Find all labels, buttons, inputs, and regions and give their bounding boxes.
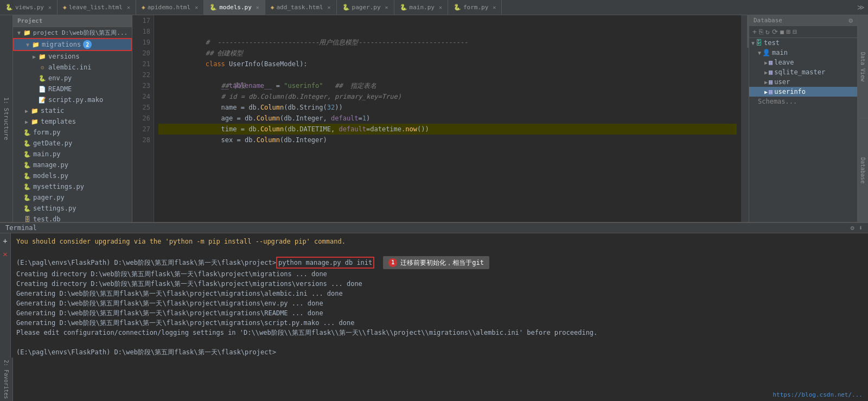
file-icon-alembic: ⚙ <box>38 63 47 72</box>
tree-item-project[interactable]: ▼ 📁 project D:\web阶段\第五周... <box>13 27 132 38</box>
file-icon-readme: 📄 <box>38 85 47 93</box>
terminal-label: Terminal <box>5 224 37 232</box>
file-icon-pager: 🐍 <box>23 193 31 202</box>
terminal-body-container: + ✕ You should consider upgrading via th… <box>0 233 868 401</box>
file-icon-mako: 📝 <box>38 96 47 104</box>
terminal-line-6: Generating D:\web阶段\第五周flask\第一天\flask\p… <box>16 289 863 298</box>
tree-item-versions[interactable]: ▶ 📁 versions <box>13 51 132 62</box>
tree-item-alembic-ini[interactable]: ⚙ alembic.ini <box>13 62 132 73</box>
db-arrow-userinfo: ▶ <box>764 89 768 95</box>
folder-icon-templates: 📁 <box>30 117 39 126</box>
tree-item-script-mako[interactable]: 📝 script.py.mako <box>13 94 132 105</box>
tab-add-task-html[interactable]: ◈ add_task.html ✕ <box>265 0 337 15</box>
file-icon-main: 🐍 <box>23 150 31 158</box>
tree-item-pager-py[interactable]: 🐍 pager.py <box>13 192 132 203</box>
editor-tabs-overflow[interactable]: ≫ <box>854 3 868 11</box>
file-icon-models: 🐍 <box>23 171 31 180</box>
terminal-line-cmd: (E:\pagl\envs\FlaskPath) D:\web阶段\第五周fla… <box>16 256 863 269</box>
tree-item-static[interactable]: ▶ 📁 static <box>13 105 132 116</box>
tab-main-py[interactable]: 🐍 main.py ✕ <box>394 0 448 15</box>
right-side-labels: Data View Database <box>857 15 868 222</box>
db-panel-settings-icon[interactable]: ⚙ <box>848 16 853 24</box>
migrations-row: ▼ 📁 migrations 2 生成迁移文件，里面有全部的版本信息 <box>13 38 132 51</box>
file-icon-settings: 🐍 <box>23 204 31 213</box>
file-icon-getdate: 🐍 <box>23 139 31 148</box>
folder-icon-migrations: 📁 <box>31 40 40 49</box>
tree-item-form-py[interactable]: 🐍 form.py <box>13 127 132 138</box>
scrollbar-thumb[interactable] <box>747 15 749 48</box>
database-label[interactable]: Database <box>858 118 868 222</box>
db-copy-icon[interactable]: ⎘ <box>759 28 763 36</box>
db-console-icon[interactable]: ⊟ <box>793 28 797 36</box>
tree-item-settings-py[interactable]: 🐍 settings.py <box>13 203 132 214</box>
db-item-userinfo[interactable]: ▶ ▦ userinfo <box>749 87 857 97</box>
tree-item-test-db[interactable]: 🗄 test.db <box>13 214 132 222</box>
folder-icon-project: 📁 <box>23 28 31 37</box>
db-add-icon[interactable]: + <box>752 28 757 36</box>
tab-leave-list-html[interactable]: ◈ leave_list.html ✕ <box>58 0 136 15</box>
db-stop-icon[interactable]: ◼ <box>780 28 784 36</box>
db-grid-icon[interactable]: ⊞ <box>786 28 790 36</box>
db-arrow-sqlite: ▶ <box>764 69 768 75</box>
tree-item-getdate-py[interactable]: 🐍 getDate.py <box>13 138 132 149</box>
terminal-add-btn[interactable]: + <box>2 235 8 246</box>
db-toolbar: + ⎘ ↻ ⟳ ◼ ⊞ ⊟ <box>749 26 857 38</box>
db-item-schemas[interactable]: Schemas... <box>749 97 857 106</box>
terminal-output[interactable]: You should consider upgrading via the 'p… <box>11 233 868 401</box>
code-line-17 <box>158 15 737 26</box>
terminal-close-btn[interactable]: ✕ <box>2 249 8 259</box>
project-header: Project <box>13 15 132 27</box>
terminal-callout-1: 1 迁移前要初始化，相当于git <box>383 256 489 269</box>
tree-item-models-py[interactable]: 🐍 models.py <box>13 170 132 181</box>
db-item-user[interactable]: ▶ ▦ user <box>749 77 857 87</box>
tab-models-py[interactable]: 🐍 models.py ✕ <box>204 0 265 15</box>
terminal-line-1: You should consider upgrading via the 'p… <box>16 237 863 246</box>
db-icon-userinfo: ▦ <box>769 88 773 96</box>
editor-scrollbar[interactable] <box>741 15 749 222</box>
db-item-leave[interactable]: ▶ ▦ leave <box>749 58 857 67</box>
folder-icon-static: 📁 <box>30 106 39 115</box>
tree-item-main-py[interactable]: 🐍 main.py <box>13 149 132 160</box>
terminal-header-actions: ⚙ ⬇ <box>851 224 863 232</box>
terminal-line-blank <box>16 246 863 256</box>
terminal-line-9: Generating D:\web阶段\第五周flask\第一天\flask\p… <box>16 318 863 328</box>
terminal-minimize-icon[interactable]: ⬇ <box>859 224 863 232</box>
terminal-line-8: Generating D:\web阶段\第五周flask\第一天\flask\p… <box>16 308 863 318</box>
code-content[interactable]: # --------------------------用户信息模型------… <box>154 15 741 222</box>
terminal-settings-icon[interactable]: ⚙ <box>851 224 854 232</box>
db-arrow-main: ▼ <box>758 50 761 56</box>
tab-pager-py[interactable]: 🐍 pager.py ✕ <box>337 0 394 15</box>
file-icon-env: 🐍 <box>38 74 47 82</box>
file-icon-testdb: 🗄 <box>23 215 31 222</box>
terminal-line-4: Creating directory D:\web阶段\第五周flask\第一天… <box>16 269 863 279</box>
db-item-test[interactable]: ▼ 🗄 test <box>749 38 857 48</box>
db-item-sqlite-master[interactable]: ▶ ▦ sqlite_master <box>749 67 857 77</box>
terminal-area: Terminal ⚙ ⬇ + ✕ You should consider upg… <box>0 222 868 401</box>
tree-item-migrations[interactable]: ▼ 📁 migrations 2 <box>13 38 132 51</box>
db-panel-header-label: Database <box>754 17 782 24</box>
structure-panel-label[interactable]: 1: Structure <box>0 15 13 222</box>
tab-apidemo-html[interactable]: ◈ apidemo.html ✕ <box>136 0 204 15</box>
tab-form-py[interactable]: 🐍 form.py ✕ <box>448 0 502 15</box>
tree-item-mysettings-py[interactable]: 🐍 mysettings.py <box>13 181 132 192</box>
db-refresh-icon[interactable]: ↻ <box>765 28 770 36</box>
code-line-18: # --------------------------用户信息模型------… <box>158 26 737 37</box>
file-icon-form: 🐍 <box>23 128 31 137</box>
terminal-line-last: (E:\pagl\envs\FlaskPath) D:\web阶段\第五周fla… <box>16 347 863 357</box>
tab-bar: 🐍 views.py ✕ ◈ leave_list.html ✕ ◈ apide… <box>0 0 868 15</box>
terminal-url: https://blog.csdn.net/... <box>773 390 863 400</box>
db-sync-icon[interactable]: ⟳ <box>772 28 778 36</box>
tree-item-templates[interactable]: ▶ 📁 templates <box>13 116 132 127</box>
db-arrow-user: ▶ <box>764 79 768 85</box>
tab-views-py[interactable]: 🐍 views.py ✕ <box>0 0 58 15</box>
migrations-badge: 2 <box>83 40 92 49</box>
data-view-label[interactable]: Data View <box>858 15 868 118</box>
terminal-line-7: Generating D:\web阶段\第五周flask\第一天\flask\p… <box>16 298 863 308</box>
db-icon-leave: ▦ <box>769 59 773 66</box>
db-item-main[interactable]: ▼ 👤 main <box>749 48 857 58</box>
tree-item-readme[interactable]: 📄 README <box>13 84 132 94</box>
tree-item-env-py[interactable]: 🐍 env.py <box>13 73 132 84</box>
favorites-panel-label[interactable]: 2: Favorites <box>0 358 13 401</box>
db-arrow-leave: ▶ <box>764 60 768 66</box>
tree-item-manage-py[interactable]: 🐍 manage.py <box>13 160 132 170</box>
